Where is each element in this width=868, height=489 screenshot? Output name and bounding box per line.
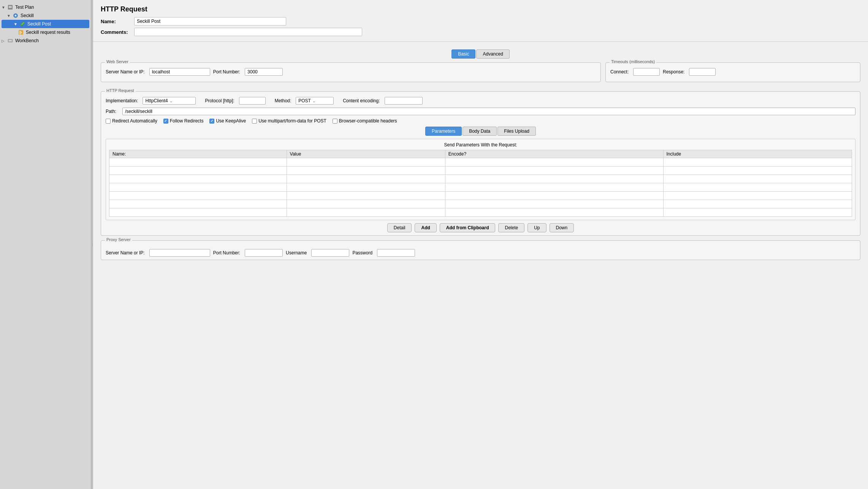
multipart-checkbox[interactable] xyxy=(252,119,257,124)
tab-advanced[interactable]: Advanced xyxy=(476,49,509,59)
dropdown-arrow-icon: ⌄ xyxy=(169,99,173,103)
browser-checkbox[interactable] xyxy=(333,119,337,124)
proxy-server-input[interactable] xyxy=(149,249,210,257)
multipart-checkbox-item: Use multipart/form-data for POST xyxy=(252,118,326,124)
page-header: HTTP Request Name: Comments: xyxy=(93,0,868,42)
method-select[interactable]: POST ⌄ xyxy=(296,97,334,105)
parameters-table: Name: Value Encode? Include xyxy=(109,150,852,217)
sidebar-item-label: Seckill Post xyxy=(27,21,51,27)
proxy-server-label: Server Name or IP: xyxy=(106,250,145,256)
server-row: Server Name or IP: Port Number: xyxy=(106,68,596,76)
sidebar-item-workbench[interactable]: ▷ WorkBench xyxy=(0,37,91,45)
follow-checkbox[interactable] xyxy=(163,119,168,124)
proxy-port-input[interactable] xyxy=(245,249,283,257)
expand-arrow: ▼ xyxy=(2,5,7,10)
web-server-title: Web Server xyxy=(105,59,130,64)
response-input[interactable] xyxy=(689,68,716,76)
delete-button[interactable]: Delete xyxy=(498,223,524,232)
testplan-icon xyxy=(7,4,14,11)
svg-rect-8 xyxy=(19,31,21,32)
path-label: Path: xyxy=(106,109,121,114)
name-input[interactable] xyxy=(134,17,286,25)
sidebar-resize-handle[interactable] xyxy=(91,0,93,489)
detail-button[interactable]: Detail xyxy=(387,223,412,232)
name-label: Name: xyxy=(101,19,131,24)
up-button[interactable]: Up xyxy=(527,223,546,232)
protocol-label: Protocol [http]: xyxy=(205,98,234,103)
keepalive-checkbox[interactable] xyxy=(209,119,214,124)
page-title: HTTP Request xyxy=(101,5,860,13)
add-clipboard-button[interactable]: Add from Clipboard xyxy=(440,223,496,232)
tab-files-upload[interactable]: Files Upload xyxy=(497,127,536,136)
checkboxes-row: Redirect Automatically Follow Redirects … xyxy=(106,118,855,124)
proxy-username-label: Username xyxy=(286,250,307,256)
http-request-group: HTTP Request Implementation: HttpClient4… xyxy=(101,91,860,236)
proxy-password-input[interactable] xyxy=(377,249,415,257)
keepalive-label: Use KeepAlive xyxy=(216,118,246,124)
proxy-password-label: Password xyxy=(352,250,372,256)
table-row xyxy=(109,158,852,167)
protocol-input[interactable] xyxy=(239,97,266,105)
down-button[interactable]: Down xyxy=(550,223,574,232)
proxy-row: Server Name or IP: Port Number: Username… xyxy=(106,249,855,257)
implementation-label: Implementation: xyxy=(106,98,138,103)
sidebar-item-test-plan[interactable]: ▼ Test Plan xyxy=(0,3,91,11)
redirect-label: Redirect Automatically xyxy=(112,118,157,124)
timeouts-title: Timeouts (milliseconds) xyxy=(610,59,656,64)
sidebar-item-label: WorkBench xyxy=(15,38,39,43)
server-name-input[interactable] xyxy=(149,68,210,76)
sidebar-item-label: Seckill request results xyxy=(26,30,70,35)
sidebar-item-seckill-results[interactable]: ▷ Seckill request results xyxy=(0,28,91,37)
http-request-title: HTTP Request xyxy=(105,88,136,93)
timeouts-row: Connect: Response: xyxy=(610,68,855,76)
proxy-username-input[interactable] xyxy=(311,249,349,257)
sidebar-item-seckill-post[interactable]: ▼ Seckill Post xyxy=(2,20,89,28)
connect-label: Connect: xyxy=(610,69,629,75)
web-server-group: Web Server Server Name or IP: Port Numbe… xyxy=(101,62,601,82)
proxy-server-group: Proxy Server Server Name or IP: Port Num… xyxy=(101,240,860,260)
col-encode: Encode? xyxy=(445,150,663,158)
encoding-label: Content encoding: xyxy=(343,98,380,103)
browser-checkbox-item: Browser-compatible headers xyxy=(333,118,397,124)
tab-parameters[interactable]: Parameters xyxy=(425,127,462,136)
port-label: Port Number: xyxy=(213,69,240,75)
svg-rect-2 xyxy=(9,7,12,8)
browser-label: Browser-compatible headers xyxy=(339,118,397,124)
encoding-input[interactable] xyxy=(385,97,423,105)
table-row xyxy=(109,183,852,192)
content-area: Basic Advanced Web Server Server Name or… xyxy=(93,42,868,268)
table-row xyxy=(109,167,852,175)
parameters-section: Send Parameters With the Request: Name: … xyxy=(106,139,855,220)
sidebar-item-label: Seckill xyxy=(21,13,34,18)
svg-rect-12 xyxy=(9,40,12,41)
path-input[interactable] xyxy=(122,108,855,115)
sidebar-item-label: Test Plan xyxy=(15,5,34,10)
port-number-input[interactable] xyxy=(245,68,283,76)
main-content: HTTP Request Name: Comments: Basic Advan… xyxy=(93,0,868,489)
response-label: Response: xyxy=(663,69,684,75)
follow-checkbox-item: Follow Redirects xyxy=(163,118,204,124)
results-icon xyxy=(17,29,24,36)
redirect-checkbox[interactable] xyxy=(106,119,111,124)
keepalive-checkbox-item: Use KeepAlive xyxy=(209,118,246,124)
inner-tabs: Parameters Body Data Files Upload xyxy=(106,127,855,136)
redirect-checkbox-item: Redirect Automatically xyxy=(106,118,157,124)
svg-rect-9 xyxy=(19,32,22,33)
col-include: Include xyxy=(663,150,852,158)
svg-marker-5 xyxy=(21,22,25,26)
timeouts-group: Timeouts (milliseconds) Connect: Respons… xyxy=(605,62,860,82)
tab-basic[interactable]: Basic xyxy=(451,49,475,59)
tab-body-data[interactable]: Body Data xyxy=(463,127,497,136)
table-row xyxy=(109,208,852,217)
workbench-icon xyxy=(7,37,14,44)
connect-input[interactable] xyxy=(633,68,660,76)
parameters-title: Send Parameters With the Request: xyxy=(109,142,852,148)
proxy-port-label: Port Number: xyxy=(213,250,240,256)
comments-input[interactable] xyxy=(134,28,362,36)
table-row xyxy=(109,175,852,183)
svg-rect-10 xyxy=(19,33,21,34)
gear-icon xyxy=(12,12,19,19)
sidebar-item-seckill[interactable]: ▼ Seckill xyxy=(0,11,91,20)
add-button[interactable]: Add xyxy=(415,223,436,232)
implementation-select[interactable]: HttpClient4 ⌄ xyxy=(143,97,196,105)
